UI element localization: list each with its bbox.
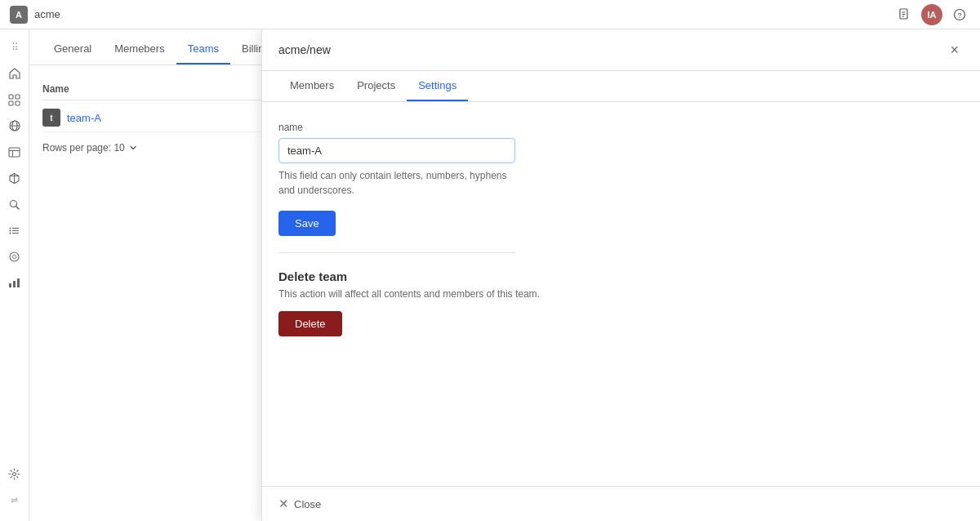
globe-icon[interactable] bbox=[3, 114, 26, 137]
tab-teams[interactable]: Teams bbox=[176, 34, 230, 65]
signal-icon[interactable] bbox=[3, 245, 26, 268]
delete-button[interactable]: Delete bbox=[278, 311, 342, 336]
settings-icon[interactable] bbox=[3, 462, 26, 485]
team-name[interactable]: team-A bbox=[67, 112, 101, 124]
topbar: A acme IA ? bbox=[0, 0, 980, 29]
app-logo: A bbox=[10, 6, 28, 24]
inner-tab-bar: Members Projects Settings bbox=[262, 71, 980, 102]
table-icon[interactable] bbox=[3, 140, 26, 163]
svg-rect-7 bbox=[16, 95, 20, 99]
footer-close-btn[interactable]: ✕ Close bbox=[278, 497, 321, 511]
content-area: General Memebers Teams Billing Agents Na… bbox=[29, 29, 980, 521]
home-icon[interactable] bbox=[3, 62, 26, 85]
delete-hint: This action will affect all contents and… bbox=[278, 288, 964, 300]
sidebar: ⠿ ⇌ bbox=[0, 29, 29, 521]
name-field-hint: This field can only contain letters, num… bbox=[278, 168, 515, 198]
topbar-actions: IA ? bbox=[893, 4, 970, 25]
search-icon[interactable] bbox=[3, 193, 26, 216]
drag-dots-icon[interactable]: ⠿ bbox=[3, 36, 26, 59]
tab-general[interactable]: General bbox=[42, 34, 103, 65]
settings-content: name This field can only contain letters… bbox=[262, 102, 980, 486]
delete-section-title: Delete team bbox=[278, 269, 964, 283]
team-avatar: t bbox=[42, 109, 60, 127]
svg-point-26 bbox=[10, 252, 19, 261]
divider bbox=[278, 252, 515, 253]
slideover-close-btn[interactable]: × bbox=[945, 41, 964, 59]
svg-point-21 bbox=[10, 229, 11, 231]
tab-members[interactable]: Memebers bbox=[103, 34, 176, 65]
name-input[interactable] bbox=[278, 138, 515, 163]
tab-members-inner[interactable]: Members bbox=[278, 71, 345, 101]
slideover-header: acme/new × bbox=[262, 29, 980, 71]
list-icon[interactable] bbox=[3, 219, 26, 242]
user-avatar[interactable]: IA bbox=[921, 4, 942, 25]
help-icon-btn[interactable]: ? bbox=[949, 4, 970, 25]
expand-icon[interactable]: ⇌ bbox=[3, 488, 26, 511]
tab-settings-inner[interactable]: Settings bbox=[407, 71, 468, 101]
file-icon-btn[interactable] bbox=[893, 4, 915, 25]
svg-point-22 bbox=[10, 232, 11, 234]
svg-rect-29 bbox=[17, 278, 20, 287]
svg-point-30 bbox=[13, 472, 16, 475]
tab-projects-inner[interactable]: Projects bbox=[345, 71, 407, 101]
svg-line-19 bbox=[16, 206, 20, 209]
app-name: acme bbox=[34, 8, 60, 20]
name-field-label: name bbox=[278, 122, 964, 133]
close-x-icon: ✕ bbox=[278, 497, 289, 511]
svg-rect-28 bbox=[13, 281, 16, 287]
slideover-footer: ✕ Close bbox=[262, 486, 980, 521]
svg-rect-13 bbox=[9, 148, 20, 157]
grid-icon[interactable] bbox=[3, 88, 26, 111]
svg-rect-9 bbox=[16, 101, 20, 105]
slideover-title: acme/new bbox=[278, 43, 331, 56]
svg-rect-6 bbox=[9, 95, 13, 99]
slideover-panel: acme/new × Members Projects Settings nam… bbox=[261, 29, 980, 521]
svg-rect-8 bbox=[9, 101, 13, 105]
save-button[interactable]: Save bbox=[278, 211, 336, 236]
svg-rect-27 bbox=[9, 283, 11, 287]
package-icon[interactable] bbox=[3, 167, 26, 189]
svg-point-20 bbox=[10, 227, 11, 229]
svg-text:?: ? bbox=[958, 11, 962, 20]
chart-icon[interactable] bbox=[3, 271, 26, 294]
app-body: ⠿ ⇌ bbox=[0, 29, 980, 521]
